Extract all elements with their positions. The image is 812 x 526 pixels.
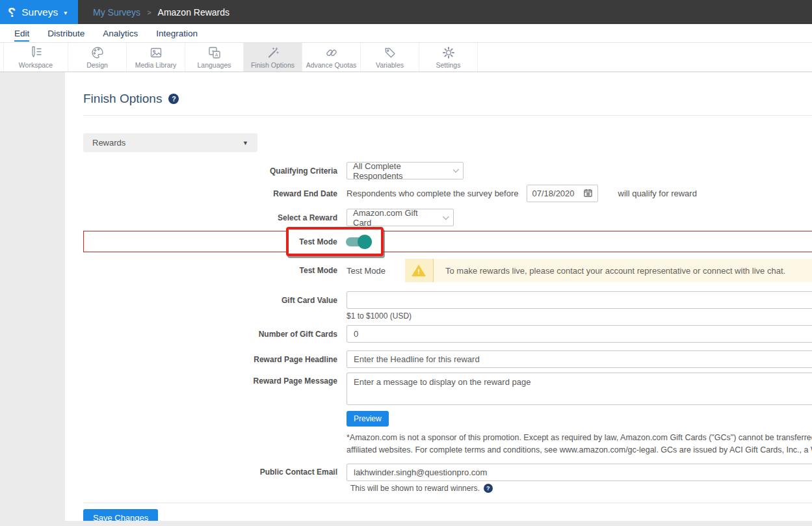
- divider: [83, 503, 812, 503]
- gear-icon: [441, 46, 456, 60]
- help-icon[interactable]: ?: [168, 94, 179, 104]
- image-icon: [149, 46, 163, 60]
- product-switcher[interactable]: ? Surveys ▾: [0, 0, 78, 24]
- gift-card-value-hint: $1 to $1000 (USD): [347, 311, 412, 321]
- toolbar-label: Advance Quotas: [306, 61, 357, 69]
- questionpro-logo-icon: ?: [8, 6, 16, 19]
- reward-end-date-prefix: Respondents who complete the survey befo…: [347, 189, 519, 198]
- page-title: Finish Options: [83, 92, 162, 106]
- amazon-disclaimer: *Amazon.com is not a sponsor of this pro…: [347, 432, 812, 457]
- select-reward-label: Select a Reward: [83, 213, 337, 222]
- magic-wand-icon: [266, 46, 280, 60]
- reward-page-headline-input[interactable]: [347, 350, 812, 368]
- toolbar-label: Finish Options: [251, 61, 295, 69]
- toolbar-label: Variables: [376, 61, 404, 69]
- top-bar: ? Surveys ▾ My Surveys > Amazon Rewards: [0, 0, 812, 24]
- red-highlight-box: Test Mode: [286, 227, 384, 256]
- main-panel: Finish Options ? Rewards ▼ Qualifying Cr…: [65, 72, 812, 521]
- tab-distribute[interactable]: Distribute: [47, 25, 85, 42]
- primary-nav-tabs: Edit Distribute Analytics Integration: [0, 24, 812, 43]
- red-highlight-band: [83, 231, 812, 252]
- reward-end-date-input[interactable]: 07/18/2020: [527, 185, 598, 202]
- workspace-icon: [29, 46, 43, 60]
- qualifying-criteria-select[interactable]: All Complete Respondents: [347, 162, 464, 179]
- select-reward-value: Amazon.com Gift Card: [353, 208, 434, 228]
- toolbar-item-media-library[interactable]: Media Library: [127, 43, 185, 72]
- public-contact-email-label: Public Contact Email: [83, 467, 337, 477]
- toolbar-item-advance-quotas[interactable]: Advance Quotas: [302, 43, 361, 72]
- calendar-icon[interactable]: [584, 189, 592, 199]
- reward-page-message-input[interactable]: [347, 373, 812, 405]
- svg-text:!: !: [418, 268, 421, 276]
- toolbar-item-workspace[interactable]: Workspace: [3, 43, 68, 72]
- tag-icon: [383, 46, 397, 60]
- breadcrumb-current-survey: Amazon Rewards: [158, 7, 230, 18]
- breadcrumb-my-surveys[interactable]: My Surveys: [93, 7, 140, 18]
- preview-button[interactable]: Preview: [347, 411, 389, 427]
- tab-analytics[interactable]: Analytics: [103, 25, 138, 42]
- warning-triangle-icon: !: [405, 259, 434, 282]
- toggle-knob-icon: [358, 235, 372, 249]
- reward-end-date-value: 07/18/2020: [532, 189, 575, 198]
- qualifying-criteria-value: All Complete Respondents: [353, 161, 444, 181]
- help-icon[interactable]: ?: [484, 484, 493, 493]
- translate-icon: ×A: [207, 46, 222, 60]
- svg-text:A: A: [215, 52, 218, 58]
- public-contact-email-hint: This will be shown to reward winners.: [350, 484, 480, 493]
- gift-card-value-input[interactable]: [347, 291, 812, 309]
- toolbar-label: Settings: [436, 61, 461, 69]
- disclaimer-line-1: *Amazon.com is not a sponsor of this pro…: [347, 432, 812, 444]
- test-mode-toggle-label: Test Mode: [299, 237, 337, 246]
- finish-option-category-dropdown[interactable]: Rewards ▼: [83, 133, 257, 152]
- test-mode-status-label: Test Mode: [83, 266, 337, 275]
- chain-link-icon: [324, 46, 339, 60]
- product-name: Surveys: [21, 7, 58, 18]
- toolbar-label: Design: [86, 61, 108, 69]
- toolbar-item-finish-options[interactable]: Finish Options: [244, 43, 302, 72]
- test-mode-status-value: Test Mode: [347, 266, 386, 276]
- breadcrumb: My Surveys > Amazon Rewards: [78, 0, 229, 24]
- toolbar-item-design[interactable]: Design: [68, 43, 127, 72]
- caret-down-icon: ▼: [242, 140, 248, 146]
- warning-text: To make rewards live, please contact you…: [434, 259, 812, 282]
- select-reward-select[interactable]: Amazon.com Gift Card: [347, 209, 454, 226]
- toolbar-item-languages[interactable]: ×A Languages: [185, 43, 244, 72]
- reward-end-date-label: Reward End Date: [83, 189, 337, 198]
- reward-end-date-suffix: will qualify for reward: [618, 189, 697, 198]
- app-window: ? Surveys ▾ My Surveys > Amazon Rewards …: [0, 0, 812, 526]
- qualifying-criteria-label: Qualifying Criteria: [83, 166, 337, 176]
- chevron-down-icon: ▾: [64, 9, 67, 16]
- number-of-gift-cards-input[interactable]: [347, 325, 812, 343]
- tab-integration[interactable]: Integration: [156, 25, 198, 42]
- chevron-down-icon: [452, 166, 459, 173]
- svg-text:×: ×: [211, 48, 214, 54]
- test-mode-toggle[interactable]: [346, 237, 371, 246]
- chevron-down-icon: [443, 213, 449, 220]
- toolbar-label: Languages: [198, 61, 231, 69]
- toolbar-item-variables[interactable]: Variables: [361, 43, 419, 72]
- number-of-gift-cards-label: Number of Gift Cards: [83, 330, 337, 339]
- divider: [83, 115, 812, 116]
- test-mode-toggle-row: Test Mode: [83, 227, 812, 257]
- breadcrumb-separator: >: [147, 8, 151, 16]
- public-contact-email-input[interactable]: [347, 464, 812, 481]
- palette-icon: [90, 46, 105, 60]
- tab-edit[interactable]: Edit: [14, 25, 29, 42]
- reward-page-headline-label: Reward Page Headline: [83, 355, 337, 364]
- reward-page-message-label: Reward Page Message: [83, 373, 337, 386]
- toolbar-item-settings[interactable]: Settings: [419, 43, 478, 72]
- edit-toolbar: Workspace Design Media Library ×A Langua…: [0, 43, 812, 72]
- toolbar-label: Media Library: [135, 61, 177, 69]
- test-mode-warning-banner: ! To make rewards live, please contact y…: [405, 259, 812, 282]
- toolbar-label: Workspace: [19, 61, 53, 69]
- save-changes-button[interactable]: Save Changes: [83, 509, 158, 521]
- disclaimer-line-2: affiliated websites. For complete terms …: [347, 444, 812, 456]
- gift-card-value-label: Gift Card Value: [83, 296, 337, 305]
- category-value: Rewards: [92, 138, 125, 148]
